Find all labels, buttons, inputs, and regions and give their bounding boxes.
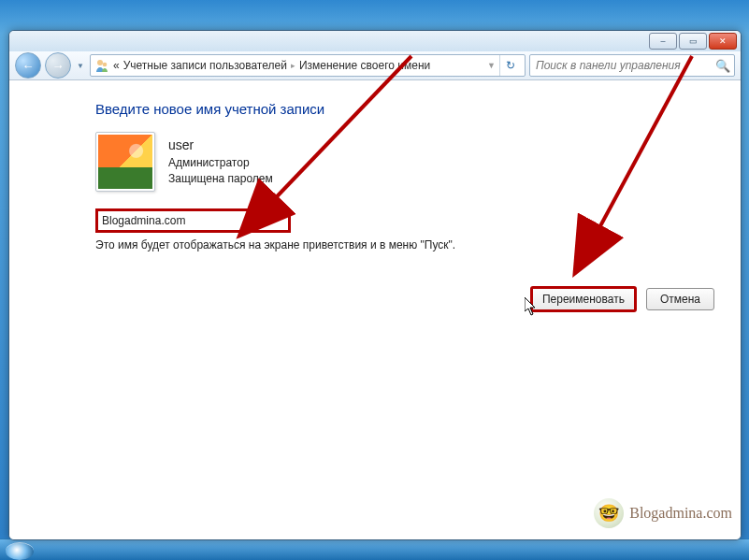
new-name-input[interactable]	[95, 208, 291, 233]
rename-button[interactable]: Переименовать	[530, 286, 637, 312]
svg-point-1	[103, 63, 108, 67]
breadcrumb-item[interactable]: Учетные записи пользователей	[123, 59, 287, 72]
account-name: user	[168, 136, 273, 155]
arrow-right-icon: →	[52, 59, 65, 73]
back-button[interactable]: ←	[15, 52, 41, 79]
search-box[interactable]: 🔍	[529, 54, 735, 77]
chevron-down-icon: ▼	[77, 62, 84, 70]
search-icon: 🔍	[715, 59, 730, 73]
taskbar	[0, 538, 749, 560]
page-title: Введите новое имя учетной записи	[95, 101, 741, 117]
search-input[interactable]	[534, 58, 715, 73]
window-controls: – ▭ ✕	[649, 33, 737, 50]
forward-button[interactable]: →	[45, 52, 71, 79]
svg-point-0	[97, 60, 103, 65]
user-accounts-icon	[94, 58, 109, 73]
refresh-icon: ↻	[506, 59, 515, 72]
arrow-left-icon: ←	[22, 59, 35, 73]
navigation-toolbar: ← → ▼ « Учетные записи пользователей ▸ И…	[9, 51, 741, 80]
watermark: 🤓 Blogadmina.com	[594, 498, 732, 528]
close-button[interactable]: ✕	[709, 33, 737, 50]
minimize-button[interactable]: –	[649, 33, 677, 50]
refresh-button[interactable]: ↻	[499, 55, 521, 76]
address-bar[interactable]: « Учетные записи пользователей ▸ Изменен…	[90, 54, 526, 77]
watermark-badge-icon: 🤓	[594, 498, 624, 528]
action-buttons: Переименовать Отмена	[530, 286, 714, 312]
chevron-down-icon[interactable]: ▼	[487, 61, 496, 70]
watermark-text: Blogadmina.com	[629, 505, 732, 522]
start-button[interactable]	[6, 542, 34, 560]
maximize-button[interactable]: ▭	[679, 33, 707, 50]
control-panel-window: – ▭ ✕ ← → ▼ « Учетные записи по	[8, 30, 742, 540]
window-titlebar: – ▭ ✕	[9, 31, 741, 51]
chevron-right-icon: ▸	[291, 61, 295, 70]
account-info: user Администратор Защищена паролем	[95, 132, 741, 192]
account-role: Администратор	[168, 155, 273, 171]
cancel-button[interactable]: Отмена	[646, 288, 714, 310]
content-area: Введите новое имя учетной записи user Ад…	[9, 80, 741, 539]
recent-pages-dropdown[interactable]: ▼	[75, 56, 86, 75]
breadcrumb-item[interactable]: Изменение своего имени	[299, 59, 430, 72]
account-protection: Защищена паролем	[168, 171, 273, 187]
helper-text: Это имя будет отображаться на экране при…	[95, 238, 741, 251]
avatar-image	[98, 135, 152, 189]
account-labels: user Администратор Защищена паролем	[168, 136, 273, 186]
avatar	[95, 132, 155, 192]
breadcrumb-prefix: «	[113, 59, 120, 72]
